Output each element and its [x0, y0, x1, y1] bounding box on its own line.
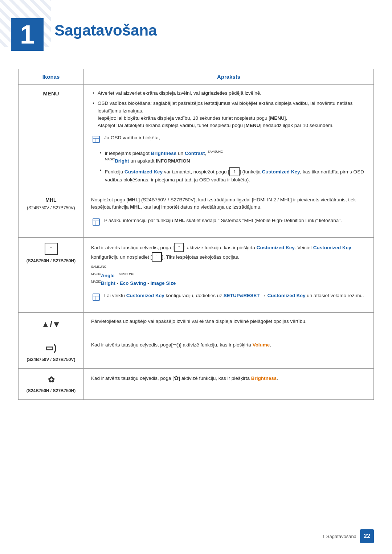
desc-cell-mhl: Nospiežot pogu [MHL] (S24B750V / S27B750…: [84, 191, 374, 238]
desc-cell-volume: Kad ir atvērts taustiņu ceļvedis, poga[▭…: [84, 336, 374, 368]
table-row: MHL(S24B750V / S27B750V) Nospiežot pogu …: [19, 191, 374, 238]
svg-rect-0: [93, 136, 99, 143]
volume-desc: Kad ir atvērts taustiņu ceļvedis, poga[▭…: [91, 341, 366, 349]
opt-image: Image Size: [151, 280, 176, 286]
mhl-label: MHL(S24B750V / S27B750V): [27, 197, 75, 210]
brightness-label: (S24B750H / S27B750H): [26, 388, 75, 393]
note-text-mhl: Plašāku informāciju par funkciju MHL ska…: [104, 217, 342, 224]
keyword-customized-key: Customized Key: [124, 169, 163, 174]
list-item: ir iespējams pielāgot Brightness un Cont…: [98, 149, 366, 165]
note-box-customized: Lai veiktu Customized Key konfigurāciju,…: [91, 290, 366, 304]
main-content: Ikonas Apraksts MENU Atveriet vai aizver…: [0, 58, 392, 422]
arrow-btn2: ↑: [152, 252, 162, 262]
options-line: SAMSUNGMAGICAngle - SAMSUNGMAGICBright -…: [91, 264, 366, 287]
keyword-brightness: Brightness: [151, 151, 177, 156]
mhl-desc: Nospiežot pogu [MHL] (S24B750V / S27B750…: [91, 196, 366, 211]
brightness-desc: Kad ir atvērts taustiņu ceļvedis, poga […: [91, 374, 366, 382]
menu-label: MENU: [43, 90, 59, 97]
keyword-information: INFORMATION: [156, 158, 190, 164]
updown-desc: Pārvietojieties uz augšējo vai apakšējo …: [91, 318, 366, 325]
keyword-bright: Bright: [115, 158, 129, 164]
list-item: Atveriet vai aizveriet ekrāna displeja i…: [91, 90, 366, 97]
book-icon-customized: [92, 293, 101, 301]
arrow-btn: ↑: [174, 243, 184, 252]
col-icon-header: Ikonas: [19, 69, 84, 85]
footer-page-number: 22: [360, 529, 374, 543]
updown-arrows-icon: ▲/▼: [41, 319, 61, 329]
table-row: MENU Atveriet vai aizveriet ekrāna displ…: [19, 85, 374, 191]
table-row: ✿ (S24B750H / S27B750H) Kad ir atvērts t…: [19, 369, 374, 400]
icon-cell-customized: ↑ (S24B750H / S27B750H): [19, 237, 84, 312]
svg-rect-6: [93, 294, 99, 300]
chapter-header: 1 Sagatavošana: [0, 0, 392, 58]
note-box-mhl: Plašāku informāciju par funkciju MHL ska…: [91, 215, 366, 229]
icon-cell-brightness: ✿ (S24B750H / S27B750H): [19, 369, 84, 400]
svg-rect-3: [93, 219, 99, 225]
vol-symbol: ▭)): [172, 342, 180, 348]
arrow-up-icon: ↑: [45, 243, 58, 255]
brightness-symbol: ✿: [174, 375, 179, 381]
kw-customized3: Customized Key: [126, 293, 164, 298]
keyword-contrast: Contrast: [185, 151, 205, 156]
kw-customized: Customized Key: [257, 245, 295, 250]
menu-bullet-list: Atveriet vai aizveriet ekrāna displeja i…: [91, 90, 366, 129]
note-box-1: Ja OSD vadība ir bloķēta,: [91, 132, 366, 147]
kw-volume: Volume: [253, 342, 270, 348]
page: 1 Sagatavošana Ikonas Apraksts MENU: [0, 0, 392, 554]
list-item: Funkciju Customized Key var izmantot, no…: [98, 167, 366, 184]
page-footer: 1 Sagatavošana 22: [322, 529, 374, 543]
desc-cell-updown: Pārvietojieties uz augšējo vai apakšējo …: [84, 312, 374, 336]
table-row: ▭) (S24B750V / S27B750V) Kad ir atvērts …: [19, 336, 374, 368]
kw-customized2: Customized Key: [313, 245, 351, 250]
icon-cell-updown: ▲/▼: [19, 312, 84, 336]
main-table: Ikonas Apraksts MENU Atveriet vai aizver…: [18, 69, 374, 400]
note-icon-mhl: [91, 217, 101, 227]
arrow-up-button-symbol: ↑: [229, 167, 240, 176]
volume-icon: ▭): [26, 341, 76, 354]
icon-cell-volume: ▭) (S24B750V / S27B750V): [19, 336, 84, 368]
list-item: OSD vadības bloķēšana: saglabājiet pašre…: [91, 100, 366, 129]
note-icon-customized: [91, 292, 101, 302]
table-row: ↑ (S24B750H / S27B750H) Kad ir atvērts t…: [19, 237, 374, 312]
customized-desc: Kad ir atvērts taustiņu ceļvedis, poga […: [91, 243, 366, 262]
book-icon: [92, 135, 101, 144]
book-icon-mhl: [92, 218, 101, 226]
table-header-row: Ikonas Apraksts: [19, 69, 374, 85]
icon-cell-mhl: MHL(S24B750V / S27B750V): [19, 191, 84, 238]
footer-chapter-label: 1 Sagatavošana: [322, 534, 356, 539]
table-row: ▲/▼ Pārvietojieties uz augšējo vai apakš…: [19, 312, 374, 336]
setup-reset: SETUP&RESET: [224, 293, 260, 298]
note-text-1: Ja OSD vadība ir bloķēta,: [104, 134, 160, 141]
desc-cell-customized: Kad ir atvērts taustiņu ceļvedis, poga […: [84, 237, 374, 312]
col-desc-header: Apraksts: [84, 69, 374, 85]
desc-cell-menu: Atveriet vai aizveriet ekrāna displeja i…: [84, 85, 374, 191]
volume-label: (S24B750V / S27B750V): [26, 357, 75, 362]
sub-bullet-list-menu: ir iespējams pielāgot Brightness un Cont…: [98, 149, 366, 184]
note-text-customized: Lai veiktu Customized Key konfigurāciju,…: [104, 292, 364, 299]
icon-cell-menu: MENU: [19, 85, 84, 191]
note-icon-1: [91, 134, 101, 144]
opt-angle: Angle: [101, 273, 115, 278]
chapter-title: Sagatavošana: [51, 11, 157, 39]
kw-brightness: Brightness: [251, 376, 277, 381]
kw-customized4: Customized Key: [267, 293, 305, 298]
opt-eco: Eco Saving: [120, 280, 146, 286]
desc-cell-brightness: Kad ir atvērts taustiņu ceļvedis, poga […: [84, 369, 374, 400]
chapter-number: 1: [11, 18, 44, 51]
brightness-icon: ✿: [26, 374, 76, 386]
keyword-customized-key-2: Customized Key: [262, 169, 300, 174]
opt-bright: Bright: [101, 280, 115, 286]
customized-label: (S24B750H / S27B750H): [26, 258, 75, 263]
